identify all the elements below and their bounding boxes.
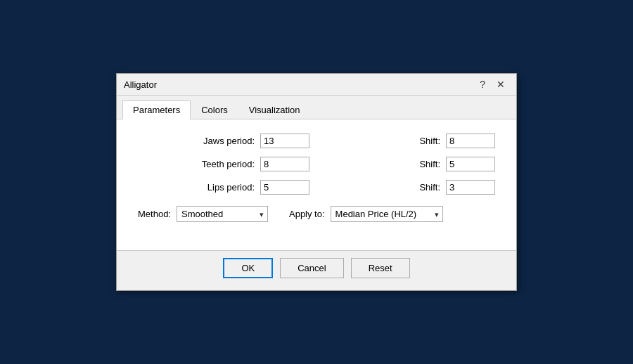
- dialog-footer: OK Cancel Reset: [117, 250, 516, 285]
- close-button[interactable]: ✕: [492, 78, 509, 91]
- method-apply-row: Method: Smoothed Simple Exponential Line…: [138, 206, 495, 222]
- jaws-period-label: Jaws period:: [203, 136, 255, 146]
- jaws-period-input[interactable]: [260, 134, 309, 148]
- apply-select-wrapper: Median Price (HL/2) Close Open High Low …: [331, 206, 443, 222]
- jaws-period-row: Jaws period:: [138, 134, 309, 148]
- apply-label: Apply to:: [289, 209, 325, 219]
- lips-period-input[interactable]: [260, 180, 309, 195]
- teeth-period-row: Teeth period:: [138, 157, 309, 171]
- method-group: Method: Smoothed Simple Exponential Line…: [138, 206, 268, 222]
- jaws-shift-row: Shift:: [324, 134, 495, 148]
- title-bar-left: Alligator: [124, 79, 157, 90]
- dialog-body: Jaws period: Shift: Teeth period: Shift:…: [117, 119, 516, 250]
- lips-period-row: Lips period:: [138, 180, 309, 195]
- tab-bar: Parameters Colors Visualization: [117, 96, 516, 119]
- reset-button[interactable]: Reset: [351, 258, 410, 278]
- parameters-grid: Jaws period: Shift: Teeth period: Shift:…: [138, 134, 495, 195]
- lips-shift-label: Shift:: [419, 182, 440, 193]
- teeth-period-label: Teeth period:: [202, 159, 255, 169]
- alligator-dialog: Alligator ? ✕ Parameters Colors Visualiz…: [116, 73, 517, 291]
- teeth-shift-input[interactable]: [446, 157, 495, 171]
- teeth-shift-row: Shift:: [324, 157, 495, 171]
- title-bar-right: ? ✕: [475, 78, 509, 91]
- apply-select[interactable]: Median Price (HL/2) Close Open High Low …: [331, 206, 443, 222]
- dialog-title: Alligator: [124, 79, 157, 90]
- tab-parameters[interactable]: Parameters: [122, 100, 191, 119]
- jaws-shift-label: Shift:: [419, 136, 440, 146]
- title-bar: Alligator ? ✕: [117, 74, 516, 96]
- method-select-wrapper: Smoothed Simple Exponential Linear Weigh…: [177, 206, 268, 222]
- method-select[interactable]: Smoothed Simple Exponential Linear Weigh…: [177, 206, 268, 222]
- lips-shift-input[interactable]: [446, 180, 495, 195]
- jaws-shift-input[interactable]: [446, 134, 495, 148]
- ok-button[interactable]: OK: [223, 258, 273, 278]
- apply-group: Apply to: Median Price (HL/2) Close Open…: [289, 206, 443, 222]
- teeth-shift-label: Shift:: [419, 159, 440, 169]
- help-button[interactable]: ?: [475, 78, 490, 91]
- cancel-button[interactable]: Cancel: [280, 258, 343, 278]
- tab-visualization[interactable]: Visualization: [238, 100, 311, 119]
- teeth-period-input[interactable]: [260, 157, 309, 171]
- tab-colors[interactable]: Colors: [191, 100, 238, 119]
- lips-period-label: Lips period:: [207, 182, 255, 193]
- method-label: Method:: [138, 209, 171, 219]
- lips-shift-row: Shift:: [324, 180, 495, 195]
